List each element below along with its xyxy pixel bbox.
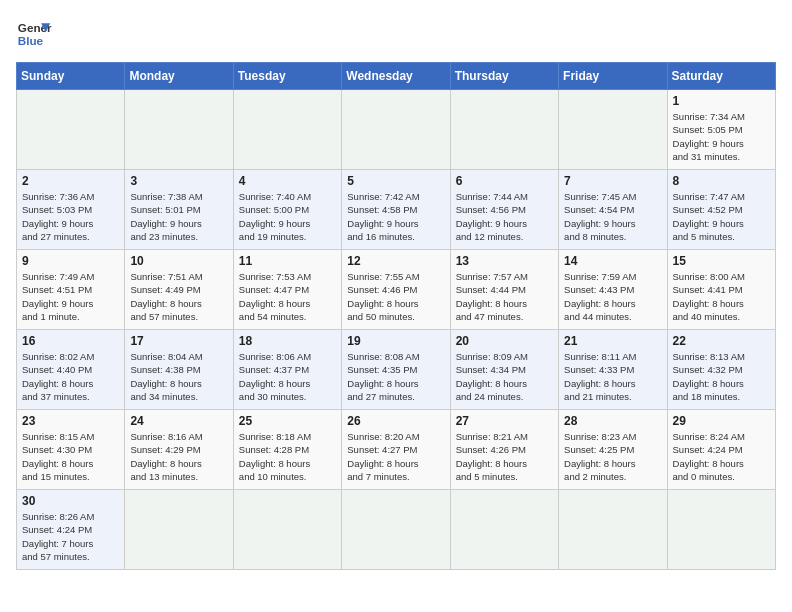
day-number: 17 xyxy=(130,334,227,348)
calendar-cell: 18Sunrise: 8:06 AM Sunset: 4:37 PM Dayli… xyxy=(233,330,341,410)
calendar-cell: 17Sunrise: 8:04 AM Sunset: 4:38 PM Dayli… xyxy=(125,330,233,410)
day-sun-info: Sunrise: 7:36 AM Sunset: 5:03 PM Dayligh… xyxy=(22,190,119,243)
calendar-cell: 14Sunrise: 7:59 AM Sunset: 4:43 PM Dayli… xyxy=(559,250,667,330)
day-sun-info: Sunrise: 7:44 AM Sunset: 4:56 PM Dayligh… xyxy=(456,190,553,243)
day-sun-info: Sunrise: 7:57 AM Sunset: 4:44 PM Dayligh… xyxy=(456,270,553,323)
calendar-cell xyxy=(125,490,233,570)
calendar-cell xyxy=(559,490,667,570)
day-sun-info: Sunrise: 8:06 AM Sunset: 4:37 PM Dayligh… xyxy=(239,350,336,403)
day-sun-info: Sunrise: 8:23 AM Sunset: 4:25 PM Dayligh… xyxy=(564,430,661,483)
day-sun-info: Sunrise: 8:18 AM Sunset: 4:28 PM Dayligh… xyxy=(239,430,336,483)
weekday-header-saturday: Saturday xyxy=(667,63,775,90)
calendar-week-1: 1Sunrise: 7:34 AM Sunset: 5:05 PM Daylig… xyxy=(17,90,776,170)
day-sun-info: Sunrise: 7:47 AM Sunset: 4:52 PM Dayligh… xyxy=(673,190,770,243)
day-number: 6 xyxy=(456,174,553,188)
calendar-cell xyxy=(233,490,341,570)
day-sun-info: Sunrise: 8:20 AM Sunset: 4:27 PM Dayligh… xyxy=(347,430,444,483)
day-sun-info: Sunrise: 8:11 AM Sunset: 4:33 PM Dayligh… xyxy=(564,350,661,403)
calendar-cell: 24Sunrise: 8:16 AM Sunset: 4:29 PM Dayli… xyxy=(125,410,233,490)
day-number: 30 xyxy=(22,494,119,508)
day-number: 27 xyxy=(456,414,553,428)
day-number: 2 xyxy=(22,174,119,188)
calendar-cell: 28Sunrise: 8:23 AM Sunset: 4:25 PM Dayli… xyxy=(559,410,667,490)
day-sun-info: Sunrise: 8:09 AM Sunset: 4:34 PM Dayligh… xyxy=(456,350,553,403)
calendar-week-2: 2Sunrise: 7:36 AM Sunset: 5:03 PM Daylig… xyxy=(17,170,776,250)
day-number: 15 xyxy=(673,254,770,268)
weekday-header-friday: Friday xyxy=(559,63,667,90)
calendar-cell: 3Sunrise: 7:38 AM Sunset: 5:01 PM Daylig… xyxy=(125,170,233,250)
calendar-cell: 5Sunrise: 7:42 AM Sunset: 4:58 PM Daylig… xyxy=(342,170,450,250)
calendar-cell: 2Sunrise: 7:36 AM Sunset: 5:03 PM Daylig… xyxy=(17,170,125,250)
day-sun-info: Sunrise: 7:59 AM Sunset: 4:43 PM Dayligh… xyxy=(564,270,661,323)
header: General Blue xyxy=(16,16,776,52)
logo: General Blue xyxy=(16,16,52,52)
weekday-header-sunday: Sunday xyxy=(17,63,125,90)
calendar-cell xyxy=(125,90,233,170)
day-sun-info: Sunrise: 7:45 AM Sunset: 4:54 PM Dayligh… xyxy=(564,190,661,243)
day-number: 8 xyxy=(673,174,770,188)
calendar-week-6: 30Sunrise: 8:26 AM Sunset: 4:24 PM Dayli… xyxy=(17,490,776,570)
day-number: 25 xyxy=(239,414,336,428)
calendar-cell: 10Sunrise: 7:51 AM Sunset: 4:49 PM Dayli… xyxy=(125,250,233,330)
calendar-cell: 12Sunrise: 7:55 AM Sunset: 4:46 PM Dayli… xyxy=(342,250,450,330)
generalblue-logo-icon: General Blue xyxy=(16,16,52,52)
day-number: 5 xyxy=(347,174,444,188)
day-sun-info: Sunrise: 8:16 AM Sunset: 4:29 PM Dayligh… xyxy=(130,430,227,483)
day-number: 23 xyxy=(22,414,119,428)
weekday-header-monday: Monday xyxy=(125,63,233,90)
svg-text:Blue: Blue xyxy=(18,34,44,47)
day-number: 9 xyxy=(22,254,119,268)
calendar-header: SundayMondayTuesdayWednesdayThursdayFrid… xyxy=(17,63,776,90)
calendar-cell: 7Sunrise: 7:45 AM Sunset: 4:54 PM Daylig… xyxy=(559,170,667,250)
day-sun-info: Sunrise: 8:04 AM Sunset: 4:38 PM Dayligh… xyxy=(130,350,227,403)
day-number: 7 xyxy=(564,174,661,188)
day-number: 21 xyxy=(564,334,661,348)
day-sun-info: Sunrise: 8:15 AM Sunset: 4:30 PM Dayligh… xyxy=(22,430,119,483)
calendar-week-5: 23Sunrise: 8:15 AM Sunset: 4:30 PM Dayli… xyxy=(17,410,776,490)
calendar-cell: 1Sunrise: 7:34 AM Sunset: 5:05 PM Daylig… xyxy=(667,90,775,170)
day-number: 18 xyxy=(239,334,336,348)
day-sun-info: Sunrise: 7:53 AM Sunset: 4:47 PM Dayligh… xyxy=(239,270,336,323)
day-number: 29 xyxy=(673,414,770,428)
day-sun-info: Sunrise: 7:51 AM Sunset: 4:49 PM Dayligh… xyxy=(130,270,227,323)
day-number: 22 xyxy=(673,334,770,348)
weekday-header-row: SundayMondayTuesdayWednesdayThursdayFrid… xyxy=(17,63,776,90)
day-sun-info: Sunrise: 8:02 AM Sunset: 4:40 PM Dayligh… xyxy=(22,350,119,403)
day-number: 12 xyxy=(347,254,444,268)
calendar-cell: 25Sunrise: 8:18 AM Sunset: 4:28 PM Dayli… xyxy=(233,410,341,490)
calendar-body: 1Sunrise: 7:34 AM Sunset: 5:05 PM Daylig… xyxy=(17,90,776,570)
calendar-cell: 4Sunrise: 7:40 AM Sunset: 5:00 PM Daylig… xyxy=(233,170,341,250)
calendar-cell: 13Sunrise: 7:57 AM Sunset: 4:44 PM Dayli… xyxy=(450,250,558,330)
day-sun-info: Sunrise: 8:21 AM Sunset: 4:26 PM Dayligh… xyxy=(456,430,553,483)
day-number: 10 xyxy=(130,254,227,268)
calendar-cell: 8Sunrise: 7:47 AM Sunset: 4:52 PM Daylig… xyxy=(667,170,775,250)
day-sun-info: Sunrise: 8:13 AM Sunset: 4:32 PM Dayligh… xyxy=(673,350,770,403)
calendar-cell xyxy=(342,490,450,570)
calendar-table: SundayMondayTuesdayWednesdayThursdayFrid… xyxy=(16,62,776,570)
weekday-header-wednesday: Wednesday xyxy=(342,63,450,90)
day-number: 19 xyxy=(347,334,444,348)
calendar-cell xyxy=(450,90,558,170)
day-sun-info: Sunrise: 7:34 AM Sunset: 5:05 PM Dayligh… xyxy=(673,110,770,163)
calendar-cell: 16Sunrise: 8:02 AM Sunset: 4:40 PM Dayli… xyxy=(17,330,125,410)
calendar-week-4: 16Sunrise: 8:02 AM Sunset: 4:40 PM Dayli… xyxy=(17,330,776,410)
calendar-cell: 30Sunrise: 8:26 AM Sunset: 4:24 PM Dayli… xyxy=(17,490,125,570)
calendar-cell: 6Sunrise: 7:44 AM Sunset: 4:56 PM Daylig… xyxy=(450,170,558,250)
calendar-cell: 21Sunrise: 8:11 AM Sunset: 4:33 PM Dayli… xyxy=(559,330,667,410)
day-number: 16 xyxy=(22,334,119,348)
day-sun-info: Sunrise: 8:24 AM Sunset: 4:24 PM Dayligh… xyxy=(673,430,770,483)
day-number: 13 xyxy=(456,254,553,268)
day-number: 1 xyxy=(673,94,770,108)
calendar-cell: 11Sunrise: 7:53 AM Sunset: 4:47 PM Dayli… xyxy=(233,250,341,330)
day-number: 14 xyxy=(564,254,661,268)
weekday-header-thursday: Thursday xyxy=(450,63,558,90)
calendar-cell: 23Sunrise: 8:15 AM Sunset: 4:30 PM Dayli… xyxy=(17,410,125,490)
day-sun-info: Sunrise: 7:49 AM Sunset: 4:51 PM Dayligh… xyxy=(22,270,119,323)
calendar-cell: 26Sunrise: 8:20 AM Sunset: 4:27 PM Dayli… xyxy=(342,410,450,490)
calendar-week-3: 9Sunrise: 7:49 AM Sunset: 4:51 PM Daylig… xyxy=(17,250,776,330)
calendar-cell: 22Sunrise: 8:13 AM Sunset: 4:32 PM Dayli… xyxy=(667,330,775,410)
calendar-cell: 15Sunrise: 8:00 AM Sunset: 4:41 PM Dayli… xyxy=(667,250,775,330)
day-number: 4 xyxy=(239,174,336,188)
calendar-cell xyxy=(342,90,450,170)
day-sun-info: Sunrise: 8:00 AM Sunset: 4:41 PM Dayligh… xyxy=(673,270,770,323)
